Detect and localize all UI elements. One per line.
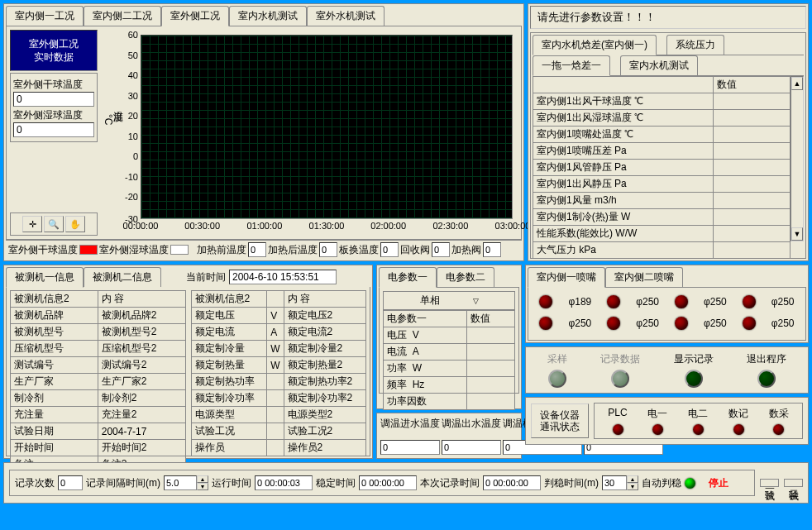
zoom-icon[interactable]: ✛ <box>22 216 42 232</box>
current-time-label: 当前时间 <box>186 270 226 284</box>
tab-indoor-water[interactable]: 室内水机测试 <box>229 6 307 26</box>
scroll-up-icon[interactable]: ▲ <box>791 77 803 90</box>
device-comm-button[interactable]: 设备仪器通讯状态 <box>531 403 589 438</box>
tab-machine2[interactable]: 被测机二信息 <box>84 267 161 287</box>
nozzle-led[interactable] <box>743 295 756 308</box>
y-axis-unit: °C <box>101 112 116 127</box>
judge-spinner[interactable]: ▲▼ <box>602 475 638 490</box>
nozzle-led[interactable] <box>607 295 620 308</box>
elec-header: 单相 <box>420 294 440 308</box>
scrollbar[interactable]: ▲ ▼ <box>791 76 804 241</box>
hand-icon[interactable]: ✋ <box>65 216 85 232</box>
dry-temp-label: 室外侧干球温度 <box>13 78 94 92</box>
scroll-down-icon[interactable]: ▼ <box>791 227 803 241</box>
top-tab-row: 室内侧一工况 室内侧二工况 室外侧工况 室内水机测试 室外水机测试 <box>6 6 522 26</box>
record-count[interactable] <box>58 475 83 490</box>
search-icon[interactable]: 🔍 <box>44 216 64 232</box>
temp-out[interactable] <box>442 440 501 455</box>
dry-swatch <box>79 245 98 255</box>
nozzle-led[interactable] <box>743 317 756 330</box>
rec-led <box>733 424 744 435</box>
tab-syspressure[interactable]: 系统压力 <box>666 35 724 55</box>
nozzle-led[interactable] <box>675 317 688 330</box>
current-time-value <box>229 270 337 284</box>
tab-elec1[interactable]: 电参数一 <box>379 267 437 288</box>
preheat-temp-input[interactable] <box>248 242 266 257</box>
machine-info-table1: 被测机信息2内 容 被测机品牌被测机品牌2 被测机型号被测机型号2 压缩机型号压… <box>10 290 186 473</box>
stop-button[interactable]: 停止 <box>709 476 728 490</box>
test1-tab[interactable]: 试验一 <box>760 479 779 487</box>
stable-value <box>359 475 417 490</box>
acq-led <box>773 424 784 435</box>
realtime-data-box: 室外侧工况 实时数据 <box>10 30 98 71</box>
dry-temp-input[interactable] <box>13 92 94 107</box>
recover-valve-input[interactable] <box>432 242 450 257</box>
auto-judge-led[interactable] <box>685 478 695 489</box>
record-button[interactable] <box>611 370 629 388</box>
legend-dry: 室外侧干球温度 <box>8 243 78 257</box>
plc-led <box>613 424 623 435</box>
tab-outdoor-water[interactable]: 室外水机测试 <box>307 6 385 26</box>
tab-enthalpy[interactable]: 室内水机焓差(室内侧一) <box>533 35 657 55</box>
tab-enthalpy1[interactable]: 一拖一焓差一 <box>533 55 610 76</box>
wet-temp-label: 室外侧湿球温度 <box>13 108 94 122</box>
nozzle-led[interactable] <box>539 317 552 330</box>
thisrec-value <box>483 475 541 490</box>
enthalpy-table: 数值 室内侧1出风干球温度 ℃ 室内侧1出风湿球温度 ℃ 室内侧1喷嘴处温度 ℃… <box>533 76 791 259</box>
postheat-temp-input[interactable] <box>319 242 337 257</box>
y-axis-label: 温度 <box>109 102 127 105</box>
exit-button[interactable] <box>757 370 776 388</box>
elec-table: 电参数一数值 电压 V 电流 A 功率 W 频率 Hz 功率因数 <box>383 310 515 410</box>
nozzle-led[interactable] <box>675 295 688 308</box>
elec2-led <box>693 424 704 435</box>
wet-swatch <box>170 245 189 255</box>
status-message: 请先进行参数设置！！！ <box>530 6 806 29</box>
tab-indoor1[interactable]: 室内侧一工况 <box>6 6 84 26</box>
tab-elec2[interactable]: 电参数二 <box>437 267 494 287</box>
sample-button[interactable] <box>548 370 566 388</box>
temp-in[interactable] <box>380 440 440 455</box>
tab-indoor2[interactable]: 室内侧二工况 <box>84 6 161 26</box>
wet-temp-input[interactable] <box>13 122 94 137</box>
plate-temp-input[interactable] <box>380 242 399 257</box>
show-record-button[interactable] <box>685 370 703 388</box>
chart-plot-area[interactable] <box>141 35 513 219</box>
tab-outdoor[interactable]: 室外侧工况 <box>161 6 229 26</box>
runtime-value <box>255 475 313 490</box>
dropdown-icon[interactable]: ▽ <box>473 297 479 305</box>
nozzle-led[interactable] <box>607 317 620 330</box>
test2-tab[interactable]: 试验二 <box>784 479 803 487</box>
tab-watertest[interactable]: 室内水机测试 <box>620 55 698 75</box>
heat-valve-input[interactable] <box>483 242 501 257</box>
nozzle-led[interactable] <box>539 295 552 308</box>
interval-spinner[interactable]: ▲▼ <box>164 475 208 490</box>
machine-info-table2: 被测机信息2内 容 额定电压V额定电压2 额定电流A额定电流2 额定制冷量W额定… <box>191 290 367 456</box>
elec1-led <box>652 424 663 435</box>
tab-nozzle2[interactable]: 室内侧二喷嘴 <box>605 267 683 287</box>
tab-machine1[interactable]: 被测机一信息 <box>6 267 84 288</box>
tab-nozzle1[interactable]: 室内侧一喷嘴 <box>528 267 605 288</box>
legend-wet: 室外侧湿球温度 <box>99 243 169 257</box>
